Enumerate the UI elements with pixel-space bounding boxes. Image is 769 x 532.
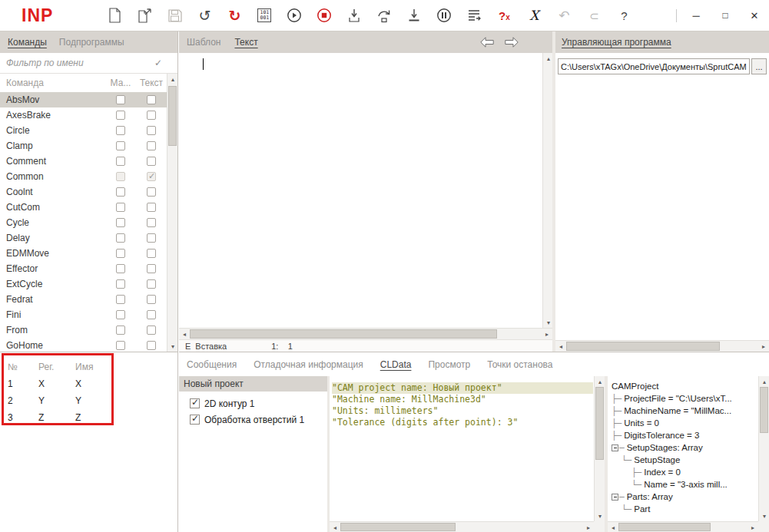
tab-точки-останова[interactable]: Точки останова: [487, 359, 552, 370]
new-file-button[interactable]: [104, 5, 125, 26]
text-checkbox[interactable]: [147, 157, 156, 166]
scroll-down-icon[interactable]: [759, 511, 769, 521]
scroll-down-icon[interactable]: [595, 511, 605, 521]
undo-history-button[interactable]: ↺: [194, 5, 215, 26]
text-checkbox[interactable]: [147, 172, 156, 181]
variables-button[interactable]: X: [523, 5, 545, 26]
run-button[interactable]: [283, 5, 305, 26]
register-row[interactable]: 2YY: [8, 392, 109, 409]
redo-button[interactable]: ⊂: [583, 5, 605, 26]
command-row[interactable]: Coolnt: [0, 184, 167, 200]
text-checkbox[interactable]: [147, 325, 156, 335]
text-checkbox[interactable]: [147, 279, 156, 289]
tree-item[interactable]: SetupStages: Array: [612, 441, 758, 454]
program-hscrollbar[interactable]: [555, 340, 769, 352]
macro-checkbox[interactable]: [116, 279, 125, 289]
tab-cldata[interactable]: CLData: [380, 359, 412, 370]
scroll-left-icon[interactable]: [179, 329, 190, 339]
open-file-button[interactable]: [134, 5, 155, 26]
text-checkbox[interactable]: [147, 341, 156, 350]
register-row[interactable]: 1XX: [8, 375, 109, 392]
text-checkbox[interactable]: [147, 295, 156, 304]
command-row[interactable]: Circle: [0, 123, 167, 138]
scrollbar-thumb[interactable]: [566, 342, 720, 351]
run-to-cursor-button[interactable]: [403, 5, 425, 26]
tab-отладочная-информация[interactable]: Отладочная информация: [254, 359, 363, 370]
tree-item[interactable]: Units = 0: [612, 417, 758, 429]
tree-root[interactable]: CAMProject: [612, 380, 758, 392]
macro-checkbox[interactable]: [116, 203, 125, 212]
command-row[interactable]: From: [0, 322, 167, 338]
scroll-up-icon[interactable]: [167, 74, 178, 84]
macro-checkbox[interactable]: [116, 264, 125, 273]
text-checkbox[interactable]: [147, 187, 156, 197]
scrollbar-thumb[interactable]: [760, 387, 768, 433]
command-row[interactable]: Effector: [0, 261, 167, 276]
watch-button[interactable]: ?x: [493, 5, 515, 26]
tree-item[interactable]: Parts: Array: [612, 491, 758, 503]
text-checkbox[interactable]: [147, 141, 156, 150]
nav-forward-button[interactable]: [505, 37, 519, 48]
tree-item[interactable]: ProjectFile = "C:\Users\xT...: [612, 392, 758, 405]
save-button[interactable]: [164, 5, 185, 26]
scroll-right-icon[interactable]: [747, 522, 758, 532]
scroll-left-icon[interactable]: [330, 522, 340, 532]
macro-checkbox[interactable]: [116, 310, 125, 319]
scrollbar-thumb[interactable]: [168, 86, 177, 146]
macro-checkbox[interactable]: [116, 341, 125, 350]
cldata-hscrollbar[interactable]: [330, 521, 594, 532]
tab-команды[interactable]: Команды: [8, 37, 47, 48]
help-button[interactable]: ?: [613, 5, 635, 26]
tree-item[interactable]: SetupStage: [612, 454, 758, 466]
macro-checkbox[interactable]: [116, 172, 125, 181]
text-checkbox[interactable]: [147, 95, 156, 104]
command-row[interactable]: Fedrat: [0, 292, 167, 307]
macro-checkbox[interactable]: [116, 325, 125, 335]
macro-checkbox[interactable]: [116, 187, 125, 197]
scrollbar-thumb[interactable]: [190, 329, 497, 339]
command-row[interactable]: Comment: [0, 154, 167, 169]
command-row[interactable]: Clamp: [0, 138, 167, 154]
editor-hscrollbar[interactable]: [179, 328, 552, 339]
macro-checkbox[interactable]: [116, 141, 125, 150]
goto-line-button[interactable]: [463, 5, 485, 26]
tab-просмотр[interactable]: Просмотр: [428, 359, 470, 370]
scrollbar-thumb[interactable]: [340, 523, 456, 531]
text-checkbox[interactable]: [147, 203, 156, 212]
maximize-button[interactable]: □: [717, 7, 734, 24]
command-row[interactable]: Fini: [0, 307, 167, 322]
scrollbar-thumb[interactable]: [618, 523, 711, 531]
project-item[interactable]: Обработка отверстий 1: [190, 411, 327, 428]
browse-button[interactable]: ...: [751, 58, 767, 74]
filter-input[interactable]: [6, 58, 154, 68]
text-checkbox[interactable]: [147, 310, 156, 319]
command-row[interactable]: Cycle: [0, 215, 167, 230]
minimize-button[interactable]: ─: [688, 7, 704, 24]
restart-button[interactable]: ↻: [224, 5, 245, 26]
stop-button[interactable]: [313, 5, 335, 26]
tab-program[interactable]: Управляющая программа: [562, 37, 671, 48]
command-row[interactable]: EDMMove: [0, 246, 167, 261]
tree-item[interactable]: Part: [612, 503, 758, 515]
command-row[interactable]: AbsMov: [0, 92, 167, 107]
tree-item[interactable]: Name = "3-axis mill...: [612, 478, 758, 491]
code-editor[interactable]: [179, 53, 542, 328]
program-path-input[interactable]: [558, 58, 750, 74]
text-checkbox[interactable]: [147, 111, 156, 120]
tab-шаблон[interactable]: Шаблон: [187, 37, 220, 48]
command-row[interactable]: ExtCycle: [0, 276, 167, 292]
register-row[interactable]: 3ZZ: [8, 409, 109, 426]
scroll-right-icon[interactable]: [758, 341, 769, 352]
macro-checkbox[interactable]: [116, 249, 125, 258]
command-row[interactable]: GoHome: [0, 338, 167, 352]
nav-back-button[interactable]: [480, 37, 494, 48]
scroll-left-icon[interactable]: [608, 522, 618, 532]
macro-checkbox[interactable]: [116, 111, 125, 120]
tab-подпрограммы[interactable]: Подпрограммы: [59, 37, 124, 48]
command-row[interactable]: Delay: [0, 230, 167, 246]
tree-hscrollbar[interactable]: [608, 521, 758, 532]
editor-vscrollbar[interactable]: [542, 53, 552, 328]
item-checkbox[interactable]: [190, 415, 200, 425]
macro-checkbox[interactable]: [116, 233, 125, 243]
macro-checkbox[interactable]: [116, 95, 125, 104]
